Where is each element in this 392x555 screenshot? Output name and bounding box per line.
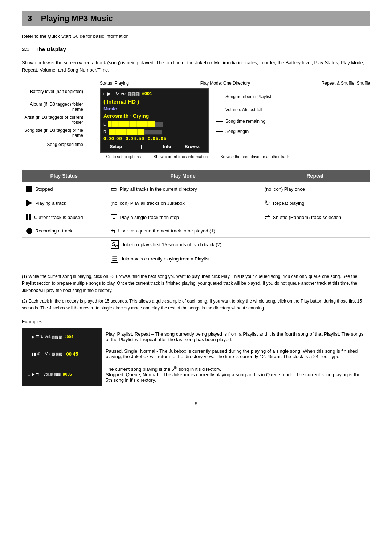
status-empty2 (22, 252, 106, 266)
top-labels: Status: Playing Play Mode: One Directory… (22, 81, 370, 86)
page-wrapper: 3 Playing MP3 Music Refer to the Quick S… (0, 0, 392, 421)
repeat-none: (no icon) Play once (260, 182, 370, 196)
ex2-number: 00 45 (64, 351, 78, 357)
page-footer: 8 (22, 397, 370, 406)
screen-artist: Aerosmith · Crying (103, 113, 205, 120)
section-title: The Display (36, 46, 66, 52)
left-label-elapsed: Song elapsed time (22, 141, 93, 148)
status-label: Status: Playing (100, 81, 129, 86)
screen-nav: Setup | Info Browse (103, 143, 205, 150)
section-number: 3.1 (22, 46, 29, 52)
play-icon (26, 200, 32, 206)
chapter-number: 3 (28, 14, 32, 23)
example-row-1: □ ▶ ☰ ↻ Vol.▩▩▩ #004 Play, Playlist, Rep… (22, 328, 370, 345)
ex2-line1: □ ▮▮ ① Vol.▩▩▩ 00 45 (28, 351, 96, 357)
device-screen-diagram: □ ▶ □ ↻ Vol.▩▩▩ #001 ( Internal HD ) Mus… (100, 88, 209, 153)
mode-no-icon: (no icon) Play all tracks on Jukebox (106, 196, 260, 210)
status-empty (22, 238, 106, 252)
diag-left-labels: Battery level (half depleted) Album (if … (22, 88, 93, 151)
ex3-number: #005 (62, 372, 72, 376)
track-info-label: Show current track information (154, 154, 208, 159)
status-recording: Recording a track (22, 224, 106, 238)
repeat-playing: ↻ Repeat playing (260, 196, 370, 210)
table-row: Current track is paused 1 Play a single … (22, 210, 370, 224)
intro-text: Refer to the Quick Start Guide for basic… (22, 33, 370, 39)
status-table: Play Status Play Mode Repeat Stopped ▭ P… (22, 170, 370, 266)
status-playing: Playing a track (22, 196, 106, 210)
right-label-song-number: Song number in Playlist (216, 93, 289, 100)
table-row: Stopped ▭ Play all tracks in the current… (22, 182, 370, 196)
diag-inner: Battery level (half depleted) Album (if … (22, 88, 370, 153)
nav-browse: Browse (180, 144, 205, 150)
example-desc-3: The current song playing is the 5th song… (102, 362, 370, 386)
display-diagram: Status: Playing Play Mode: One Directory… (22, 81, 370, 159)
diag-right-labels: Song number in Playlist Volume: Almost f… (216, 88, 289, 138)
repeat-empty2 (260, 238, 370, 252)
screen-row1: □ ▶ □ ↻ Vol.▩▩▩ #001 (103, 90, 205, 97)
right-label-song-length: Song length (216, 128, 289, 135)
screen-level-R: R: ████████████████ (103, 128, 205, 135)
left-label-battery: Battery level (half depleted) (22, 88, 93, 95)
mode-all-tracks: ▭ Play all tracks in the current directo… (106, 182, 260, 196)
nav-info: Info (155, 144, 180, 150)
right-label-volume: Volume: Almost full (216, 106, 289, 113)
col-play-mode: Play Mode (106, 170, 260, 182)
repeat-shuffle: ⇌ Shuffle (Random) track selection (260, 210, 370, 224)
table-row: Playing a track (no icon) Play all track… (22, 196, 370, 210)
mode-queue: ⇆ User can queue the next track to be pl… (106, 224, 260, 238)
sc-icon: Sc (111, 240, 119, 249)
left-label-artist: Artist (if ID3 tagged) or current folder (22, 115, 93, 125)
nav-divider: | (129, 144, 154, 150)
table-row: Recording a track ⇆ User can queue the n… (22, 224, 370, 238)
screen-icons: □ ▶ □ ↻ Vol.▩▩▩ (103, 91, 140, 97)
ex1-line1: □ ▶ ☰ ↻ Vol.▩▩▩ #004 (28, 335, 96, 339)
example-screen-1: □ ▶ ☰ ↻ Vol.▩▩▩ #004 (22, 328, 102, 345)
repeat-label: Repeat & Shuffle: Shuffle (322, 81, 370, 86)
table-row: Sc Jukebox plays first 15 seconds of eac… (22, 238, 370, 252)
screen-subfolder: Music (103, 106, 205, 112)
repeat-icon: ↻ (265, 199, 270, 207)
playlist-icon: ☰ (111, 255, 118, 263)
right-label-time-remaining: Song time remaining (216, 118, 289, 125)
col-repeat: Repeat (260, 170, 370, 182)
status-paused: Current track is paused (22, 210, 106, 224)
single-track-icon: 1 (111, 214, 117, 220)
mode-sc: Sc Jukebox plays first 15 seconds of eac… (106, 238, 260, 252)
goto-setup-label: Go to setup options (106, 154, 141, 159)
repeat-empty (260, 224, 370, 238)
example-desc-1: Play, Playlist, Repeat – The song curren… (102, 328, 370, 345)
queue-icon: ⇆ (111, 227, 115, 234)
shuffle-icon: ⇌ (265, 213, 270, 221)
note-2: (2) Each track in the directory is playe… (22, 298, 370, 312)
pause-icon (26, 214, 31, 220)
screen-folder: ( Internal HD ) (103, 98, 205, 105)
screen-box: □ ▶ □ ↻ Vol.▩▩▩ #001 ( Internal HD ) Mus… (100, 88, 209, 153)
example-row-3: □ ▶ ⇆ Vol.▩▩▩ #005 The current song play… (22, 362, 370, 386)
status-stopped: Stopped (22, 182, 106, 196)
ex3-line1: □ ▶ ⇆ Vol.▩▩▩ #005 (28, 372, 96, 377)
diagram-bottom-labels: Go to setup options Show current track i… (22, 154, 370, 159)
left-label-album: Album (if ID3 tagged) folder name (22, 102, 93, 112)
mode-playlist: ☰ Jukebox is currently playing from a Pl… (106, 252, 260, 266)
left-label-song-title: Song title (if ID3 tagged) or file name (22, 128, 93, 138)
table-row: ☰ Jukebox is currently playing from a Pl… (22, 252, 370, 266)
note-1: (1) While the current song is playing, c… (22, 273, 370, 294)
browse-label: Browse the hard drive for another track (220, 154, 289, 159)
stop-icon (26, 186, 32, 192)
example-screen-3: □ ▶ ⇆ Vol.▩▩▩ #005 (22, 362, 102, 386)
chapter-title: Playing MP3 Music (41, 14, 113, 23)
example-screen-2: □ ▮▮ ① Vol.▩▩▩ 00 45 (22, 345, 102, 362)
repeat-empty3 (260, 252, 370, 266)
col-play-status: Play Status (22, 170, 106, 182)
mode-single: 1 Play a single track then stop (106, 210, 260, 224)
examples-table: □ ▶ ☰ ↻ Vol.▩▩▩ #004 Play, Playlist, Rep… (22, 328, 370, 386)
page-number: 8 (195, 401, 197, 406)
record-icon (26, 228, 32, 234)
folder-icon: ▭ (111, 185, 117, 193)
example-row-2: □ ▮▮ ① Vol.▩▩▩ 00 45 Paused, Single, Nor… (22, 345, 370, 362)
description-text: Shown below is the screen when a track (… (22, 59, 370, 73)
chapter-heading: 3 Playing MP3 Music (22, 11, 370, 26)
example-desc-2: Paused, Single, Normal - The Jukebox is … (102, 345, 370, 362)
screen-time: 0:00:09 0:04:56 0:05:05 (103, 135, 205, 142)
ex1-number: #004 (63, 335, 73, 339)
